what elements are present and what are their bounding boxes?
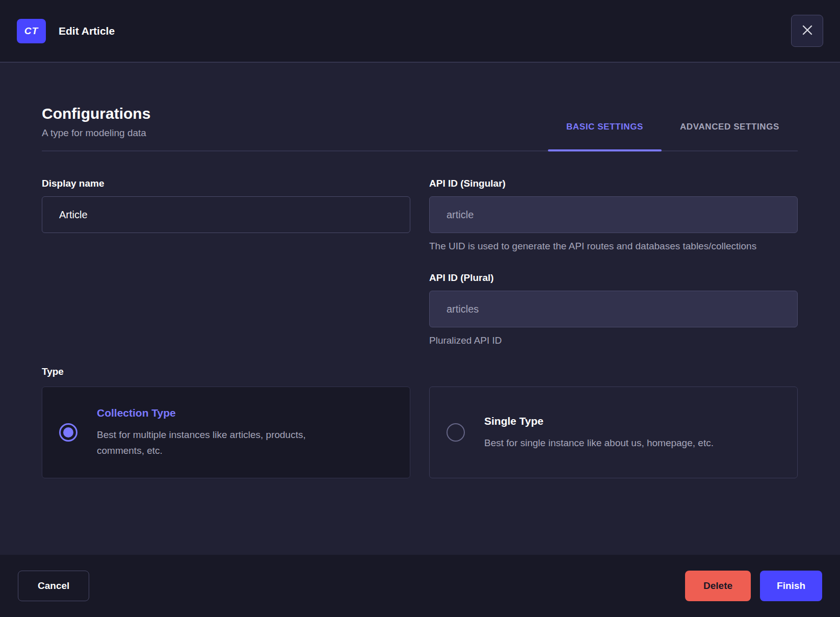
collection-type-description: Best for multiple instances like article… [97, 427, 347, 458]
single-type-description: Best for single instance like about us, … [484, 435, 714, 451]
single-type-card[interactable]: Single Type Best for single instance lik… [429, 387, 798, 478]
close-icon [801, 23, 814, 38]
api-id-plural-field: API ID (Plural) Pluralized API ID [429, 272, 798, 347]
close-button[interactable] [791, 15, 823, 47]
display-name-input[interactable] [42, 196, 410, 233]
tab-advanced-settings[interactable]: ADVANCED SETTINGS [662, 122, 798, 150]
api-id-singular-helper: The UID is used to generate the API rout… [429, 240, 776, 253]
section-header-text: Configurations A type for modeling data [42, 105, 150, 150]
collection-type-text: Collection Type Best for multiple instan… [97, 406, 347, 458]
type-options: Collection Type Best for multiple instan… [42, 387, 798, 478]
single-type-radio[interactable] [447, 423, 465, 442]
settings-tabs: BASIC SETTINGS ADVANCED SETTINGS [548, 122, 798, 150]
display-name-field: Display name [42, 177, 410, 253]
page-title: Configurations [42, 105, 150, 123]
modal-footer: Cancel Delete Finish [0, 555, 840, 617]
modal-title: Edit Article [59, 25, 115, 37]
modal-header: CT Edit Article [0, 0, 840, 63]
api-id-plural-label: API ID (Plural) [429, 272, 798, 284]
api-id-singular-field: API ID (Singular) The UID is used to gen… [429, 177, 798, 253]
configuration-form: Display name API ID (Singular) The UID i… [42, 177, 798, 347]
collection-type-title: Collection Type [97, 406, 347, 420]
content-type-badge: CT [17, 19, 46, 43]
single-type-text: Single Type Best for single instance lik… [484, 415, 714, 451]
api-id-plural-helper: Pluralized API ID [429, 334, 776, 347]
section-header: Configurations A type for modeling data … [42, 105, 798, 151]
display-name-label: Display name [42, 177, 410, 189]
collection-type-card[interactable]: Collection Type Best for multiple instan… [42, 387, 410, 478]
modal-body: Configurations A type for modeling data … [0, 63, 840, 555]
page-subtitle: A type for modeling data [42, 127, 150, 139]
content-type-badge-label: CT [24, 25, 38, 37]
tab-basic-settings[interactable]: BASIC SETTINGS [548, 122, 662, 150]
api-id-singular-input [429, 196, 798, 233]
cancel-button[interactable]: Cancel [18, 571, 89, 601]
delete-button[interactable]: Delete [685, 571, 751, 601]
api-id-plural-input [429, 291, 798, 327]
type-label: Type [42, 366, 798, 377]
finish-button[interactable]: Finish [760, 571, 822, 601]
collection-type-radio[interactable] [59, 423, 77, 442]
api-id-singular-label: API ID (Singular) [429, 177, 798, 189]
single-type-title: Single Type [484, 415, 714, 428]
